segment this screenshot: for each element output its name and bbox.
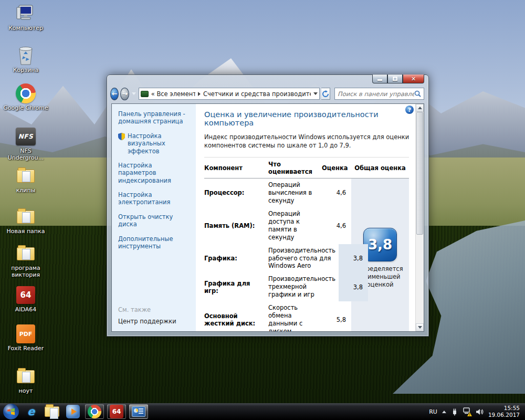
close-button[interactable]: ✕: [403, 75, 424, 83]
desktop-icon-foxit[interactable]: PDF Foxit Reader: [3, 323, 48, 352]
desktop-icon-aida64[interactable]: 64 AIDA64: [3, 285, 48, 313]
score-value: 4,6: [322, 178, 351, 207]
desktop-icon-nout[interactable]: ноут: [3, 366, 48, 395]
minimize-button[interactable]: [372, 75, 387, 83]
back-button[interactable]: ←: [110, 88, 119, 100]
search-icon[interactable]: [414, 90, 421, 97]
table-row: Основной жесткий диск: Скорость обмена д…: [204, 301, 409, 332]
forward-button[interactable]: →: [120, 88, 129, 100]
recent-pages-dropdown[interactable]: [132, 92, 136, 95]
taskbar-media-player-button[interactable]: [64, 404, 82, 419]
desktop-icon-computer[interactable]: Компьютер: [3, 3, 48, 32]
see-also-heading: См. также: [118, 306, 151, 313]
maximize-button[interactable]: [387, 75, 403, 83]
folder-icon: [45, 406, 59, 417]
sidebar-item-disk-cleanup[interactable]: Открыть очистку диска: [118, 213, 192, 228]
performance-tools-icon: [132, 406, 145, 417]
desktop-icon-label: програма виктория: [3, 265, 48, 278]
desktop-icon-label: Новая папка: [7, 228, 45, 235]
refresh-icon: [322, 90, 329, 98]
table-header-row: Компонент Что оценивается Оценка Общая о…: [204, 157, 409, 178]
back-arrow-icon: ←: [112, 90, 118, 98]
desktop-icon-label: Foxit Reader: [8, 345, 44, 352]
sidebar-item-home[interactable]: Панель управления - домашняя страница: [118, 110, 192, 125]
scroll-up-button[interactable]: [416, 104, 424, 112]
taskbar-ie-button[interactable]: e: [22, 404, 40, 419]
taskbar-performance-window-button[interactable]: [129, 404, 148, 419]
search-input[interactable]: [338, 90, 414, 98]
taskbar-aida64-button[interactable]: 64: [107, 404, 126, 419]
scrollbar-thumb[interactable]: [416, 112, 423, 235]
internet-explorer-icon: e: [27, 405, 35, 418]
sidebar: Панель управления - домашняя страница На…: [112, 104, 196, 331]
chrome-icon: [15, 83, 36, 104]
col-header-what: Что оценивается: [268, 161, 322, 175]
warning-badge-icon: [467, 412, 472, 416]
desktop-icon-klipy[interactable]: клипы: [3, 165, 48, 194]
score-value-lowest: 3,8: [339, 244, 368, 273]
desktop-icon-new-folder[interactable]: Новая папка: [3, 206, 48, 235]
folder-icon: [15, 243, 36, 264]
sidebar-item-power[interactable]: Настройка электропитания: [118, 191, 192, 206]
desktop-icon-label: ноут: [19, 388, 33, 395]
page-title: Оценка и увеличение производительности к…: [204, 110, 409, 127]
arrow-down-icon: [418, 326, 422, 329]
vertical-scrollbar[interactable]: [415, 104, 424, 331]
sidebar-item-action-center[interactable]: Центр поддержки: [118, 318, 176, 325]
desktop-icon-nfs[interactable]: NFS NFS Undergrou...: [3, 126, 48, 161]
sidebar-item-advanced-tools[interactable]: Дополнительные инструменты: [118, 235, 192, 250]
breadcrumb-dropdown-icon[interactable]: [313, 92, 318, 95]
breadcrumb-separator-icon[interactable]: [198, 92, 201, 96]
desktop-icon-recycle-bin[interactable]: Корзина: [3, 45, 48, 74]
table-row: Графика для игр: Производительность трех…: [204, 272, 409, 301]
page-description: Индекс производительности Windows исполь…: [204, 133, 414, 150]
title-bar[interactable]: ✕: [107, 75, 428, 86]
breadcrumb[interactable]: « Все элементы... Счетчики и средства пр…: [139, 88, 320, 100]
folder-icon: [15, 206, 36, 227]
arrow-up-icon: [418, 107, 422, 109]
desktop-icon-label: AIDA64: [15, 307, 37, 313]
scrollbar-track[interactable]: [416, 112, 424, 323]
scroll-down-button[interactable]: [416, 323, 424, 331]
breadcrumb-current[interactable]: Счетчики и средства производительности: [203, 90, 311, 98]
desktop-icon-label: Компьютер: [8, 25, 43, 32]
score-value-lowest: 3,8: [339, 272, 368, 301]
taskbar: e 64 RU 15:55 19.06.2017: [0, 403, 525, 420]
table-row: Память (RAM): Операций доступа к памяти …: [204, 207, 409, 244]
scores-table: Компонент Что оценивается Оценка Общая о…: [204, 157, 409, 332]
computer-icon: [15, 3, 36, 24]
start-button[interactable]: [3, 404, 19, 419]
refresh-button[interactable]: [321, 88, 330, 100]
recycle-bin-icon: [15, 45, 36, 66]
score-value: 5,8: [322, 301, 351, 332]
forward-arrow-icon: →: [122, 90, 128, 98]
network-status-icon[interactable]: [463, 407, 471, 416]
windows-logo-icon: [7, 407, 15, 416]
window-content: Панель управления - домашняя страница На…: [111, 103, 424, 332]
control-panel-icon: [141, 91, 149, 97]
performance-window: ✕ ← → « Все элементы... Счетчики и средс…: [107, 75, 429, 337]
minimize-icon: [377, 79, 382, 81]
desktop-icon-label: NFS Undergrou...: [3, 148, 48, 161]
system-tray: RU 15:55 19.06.2017: [429, 405, 522, 418]
language-indicator[interactable]: RU: [429, 408, 437, 415]
media-player-icon: [66, 405, 80, 418]
uac-shield-icon: [118, 133, 125, 140]
breadcrumb-prefix[interactable]: « Все элементы...: [151, 90, 195, 98]
taskbar-explorer-button[interactable]: [43, 404, 61, 419]
table-body: 3,8 Определяется наименьшей оценкой Проц…: [204, 178, 409, 332]
nfs-game-icon: NFS: [15, 126, 36, 147]
desktop-icon-programa[interactable]: програма виктория: [3, 243, 48, 278]
volume-icon[interactable]: [476, 408, 484, 415]
sidebar-item-visual-effects[interactable]: Настройка визуальных эффектов: [118, 132, 192, 155]
taskbar-chrome-button[interactable]: [85, 404, 104, 419]
aida64-icon: 64: [110, 405, 123, 418]
taskbar-clock[interactable]: 15:55 19.06.2017: [488, 405, 522, 418]
desktop-icon-chrome[interactable]: Google Chrome: [3, 83, 48, 112]
hidden-icons-arrow-icon[interactable]: [442, 411, 446, 413]
power-plug-icon[interactable]: [451, 408, 458, 416]
help-icon[interactable]: [405, 106, 414, 114]
sidebar-item-indexing[interactable]: Настройка параметров индексирования: [118, 162, 192, 184]
desktop-icon-label: Корзина: [13, 67, 38, 74]
col-header-score: Оценка: [322, 164, 351, 172]
